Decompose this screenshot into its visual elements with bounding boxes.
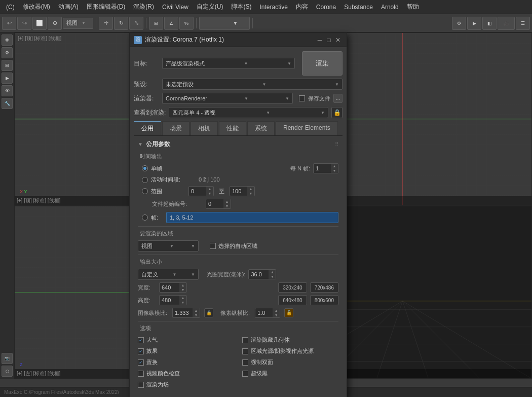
active-time-radio[interactable] (142, 177, 148, 183)
menu-help[interactable]: 帮助 (403, 1, 423, 13)
motion-btn[interactable]: ▶ (2, 73, 13, 84)
image-aspect-down[interactable]: ▼ (193, 313, 200, 317)
range-from-down[interactable]: ▼ (206, 191, 213, 196)
renderer-select[interactable]: CoronaRenderer ▼ (162, 93, 293, 104)
menu-animation[interactable]: 动画(A) (54, 1, 83, 13)
render-to-fields-checkbox[interactable] (138, 382, 144, 388)
view-dropdown[interactable]: 视图 ▼ (63, 18, 93, 29)
menu-content[interactable]: 内容 (292, 1, 312, 13)
aperture-up[interactable]: ▲ (269, 270, 276, 274)
preset-800x600-btn[interactable]: 800x600 (310, 295, 338, 305)
aperture-down[interactable]: ▼ (269, 274, 276, 279)
width-input[interactable]: 640 ▲ ▼ (159, 282, 187, 293)
height-up[interactable]: ▲ (179, 296, 186, 300)
undo-btn[interactable]: ↩ (2, 17, 16, 30)
displacement-checkbox[interactable] (138, 359, 144, 366)
hidden-geo-checkbox[interactable] (242, 337, 248, 343)
utilities-btn[interactable]: 🔧 (2, 98, 13, 109)
view-lock-btn[interactable]: 🔒 (331, 107, 343, 118)
frames-input[interactable]: 1, 3, 5-12 (166, 212, 338, 223)
preset-select[interactable]: 未选定预设 ▼ (162, 79, 343, 90)
tab-system[interactable]: 系统 (247, 121, 275, 135)
named-sel-btn[interactable]: ▼ (199, 17, 250, 30)
extra-btn[interactable]: ☰ (516, 17, 530, 30)
range-to-down[interactable]: ▼ (247, 191, 254, 196)
range-radio[interactable] (142, 188, 148, 194)
height-input[interactable]: 480 ▲ ▼ (159, 295, 187, 305)
auto-region-checkbox[interactable] (210, 243, 216, 249)
menu-arnold[interactable]: Arnold (377, 2, 403, 13)
preset-320x240-btn[interactable]: 320x240 (278, 282, 307, 293)
file-num-up[interactable]: ▲ (223, 199, 231, 204)
menu-graph-editor[interactable]: 图形编辑器(D) (83, 1, 130, 13)
menu-customize[interactable]: 自定义(U) (193, 1, 227, 13)
menu-civil-view[interactable]: Civil View (158, 2, 193, 13)
snap-angle-btn[interactable]: ∠ (164, 17, 178, 30)
pixel-aspect-down[interactable]: ▼ (273, 313, 280, 317)
range-from-up[interactable]: ▲ (206, 187, 213, 191)
menu-substance[interactable]: Substance (340, 2, 377, 13)
dialog-titlebar[interactable]: 渲 渲染设置: Corona 7 (Hotfix 1) ─ □ ✕ (130, 33, 347, 47)
redo-btn[interactable]: ↪ (17, 17, 31, 30)
preset-720x486-btn[interactable]: 720x486 (310, 282, 338, 293)
every-n-down[interactable]: ▼ (331, 168, 338, 173)
video-check-checkbox[interactable] (138, 371, 144, 377)
height-down[interactable]: ▼ (179, 300, 186, 305)
custom-select[interactable]: 自定义 ▼ (138, 269, 199, 280)
every-n-input[interactable]: 1 ▲ ▼ (313, 163, 338, 173)
material-editor-btn[interactable]: ◧ (482, 17, 497, 30)
super-black-checkbox[interactable] (242, 371, 248, 377)
tab-render-elements[interactable]: Render Elements (276, 121, 338, 135)
target-select[interactable]: 产品级渲染模式 ▼ (162, 58, 295, 69)
create-btn[interactable]: ✚ (2, 34, 13, 46)
select-btn[interactable]: ⬜ (32, 17, 47, 30)
frames-radio[interactable] (142, 214, 148, 221)
file-num-input[interactable]: 0 ▲ ▼ (206, 199, 231, 209)
menu-render[interactable]: 渲染(R) (129, 1, 158, 13)
save-file-more-btn[interactable]: … (333, 94, 343, 103)
effects-checkbox[interactable] (138, 348, 144, 354)
menu-scripting[interactable]: 脚本(S) (227, 1, 255, 13)
single-frame-radio[interactable] (142, 165, 148, 171)
misc-btn[interactable]: ⬡ (2, 366, 13, 377)
every-n-up[interactable]: ▲ (331, 164, 338, 168)
view-select[interactable]: 四元菜单 4 - 透视 ▼ (169, 107, 328, 118)
pixel-aspect-input[interactable]: 1.0 ▲ ▼ (255, 308, 280, 318)
render-setup-btn[interactable]: ⚙ (452, 17, 466, 30)
menu-modifiers-label[interactable]: 修改器(M) (19, 1, 54, 13)
modify-btn[interactable]: ⚙ (2, 47, 13, 58)
menu-interactive[interactable]: Interactive (255, 2, 291, 13)
tab-common[interactable]: 公用 (134, 121, 161, 135)
hierarchy-btn[interactable]: ⊞ (2, 60, 13, 71)
camera-icon-btn[interactable]: 📷 (2, 353, 13, 364)
range-to-up[interactable]: ▲ (247, 187, 254, 191)
display-btn[interactable]: 👁 (2, 85, 13, 96)
width-up[interactable]: ▲ (179, 283, 186, 287)
force-2sided-checkbox[interactable] (242, 359, 248, 366)
menu-modifiers[interactable]: (C) (2, 2, 19, 13)
tab-scene[interactable]: 场景 (162, 121, 189, 135)
area-lights-checkbox[interactable] (242, 348, 248, 354)
tab-camera[interactable]: 相机 (191, 121, 218, 135)
snap-scale-btn[interactable]: % (179, 17, 194, 30)
render-area-select[interactable]: 视图 ▼ (138, 240, 199, 251)
render-frame-btn[interactable]: 🎥 (498, 17, 515, 30)
save-file-checkbox[interactable] (299, 95, 305, 101)
width-down[interactable]: ▼ (179, 287, 186, 292)
aspect-lock-btn[interactable]: 🔒 (204, 308, 213, 317)
render-btn[interactable]: ▶ (467, 17, 481, 30)
menu-corona[interactable]: Corona (312, 2, 340, 13)
dialog-close-btn[interactable]: ✕ (333, 35, 343, 45)
range-to-input[interactable]: 100 ▲ ▼ (230, 186, 255, 196)
dialog-restore-btn[interactable]: □ (324, 35, 333, 45)
preset-640x480-btn[interactable]: 640x480 (278, 295, 307, 305)
snap-btn[interactable]: ⊞ (149, 17, 163, 30)
aperture-input[interactable]: 36.0 ▲ ▼ (248, 269, 276, 279)
image-aspect-up[interactable]: ▲ (193, 308, 200, 313)
image-aspect-input[interactable]: 1.333 ▲ ▼ (172, 308, 200, 318)
atmosphere-checkbox[interactable] (138, 337, 144, 343)
move-btn[interactable]: ✛ (99, 17, 113, 30)
rotate-btn[interactable]: ↻ (114, 17, 128, 30)
dialog-minimize-btn[interactable]: ─ (315, 35, 324, 45)
scale-btn[interactable]: ⤡ (129, 17, 143, 30)
